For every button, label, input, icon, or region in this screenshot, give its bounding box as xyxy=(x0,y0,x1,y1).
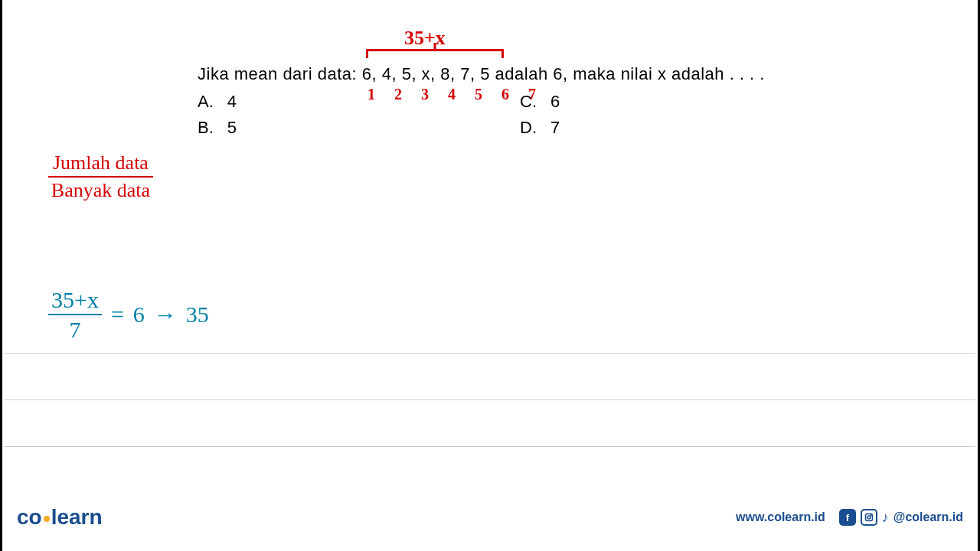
arrow-icon: → xyxy=(154,302,177,328)
options-group: A. 4 C. 6 B. 5 D. 7 xyxy=(198,92,901,138)
logo-dot-icon xyxy=(44,516,50,522)
social-handle: @colearn.id xyxy=(893,510,963,524)
sum-annotation: 35+x xyxy=(404,27,446,50)
equals-sign: = xyxy=(111,302,124,328)
formula-denominator: Banyak data xyxy=(48,178,153,202)
ruled-line xyxy=(5,353,975,354)
tiktok-icon: ♪ xyxy=(882,510,889,526)
option-b: B. 5 xyxy=(198,118,237,138)
work-numerator: 35+x xyxy=(48,287,102,315)
facebook-icon: f xyxy=(839,509,856,526)
count-annotation: 1 2 3 4 5 6 7 xyxy=(368,86,544,103)
footer-right: www.colearn.id f ♪ @colearn.id xyxy=(736,509,963,526)
option-a-label: A. xyxy=(198,92,214,112)
option-c-value: 6 xyxy=(550,92,560,112)
formula-numerator: Jumlah data xyxy=(48,152,153,178)
bracket-annotation xyxy=(366,49,504,58)
work-equation: 35+x 7 = 6 → 35 xyxy=(48,287,209,342)
question-text: Jika mean dari data: 6, 4, 5, x, 8, 7, 5… xyxy=(198,64,901,84)
website-url: www.colearn.id xyxy=(736,510,825,524)
logo-text-left: co xyxy=(17,505,42,529)
work-denominator: 7 xyxy=(48,315,102,342)
work-result: 6 xyxy=(133,302,145,328)
svg-point-1 xyxy=(867,516,871,519)
ruled-line xyxy=(5,446,975,447)
svg-point-2 xyxy=(871,515,871,516)
option-b-value: 5 xyxy=(227,118,237,138)
brand-logo: colearn xyxy=(17,505,103,530)
footer: colearn www.colearn.id f ♪ @colearn.id xyxy=(5,505,975,530)
option-d: D. 7 xyxy=(520,118,560,138)
logo-text-right: learn xyxy=(51,505,103,529)
option-a-value: 4 xyxy=(227,92,237,112)
mean-formula: Jumlah data Banyak data xyxy=(48,152,153,202)
instagram-icon xyxy=(861,509,877,526)
ruled-line xyxy=(5,399,975,400)
option-d-value: 7 xyxy=(550,118,560,138)
option-d-label: D. xyxy=(520,118,537,138)
option-b-label: B. xyxy=(198,118,214,138)
social-icons: f ♪ @colearn.id xyxy=(839,509,963,526)
work-next: 35 xyxy=(186,302,209,328)
option-a: A. 4 xyxy=(198,92,237,112)
question-area: 35+x Jika mean dari data: 6, 4, 5, x, 8,… xyxy=(198,31,901,144)
